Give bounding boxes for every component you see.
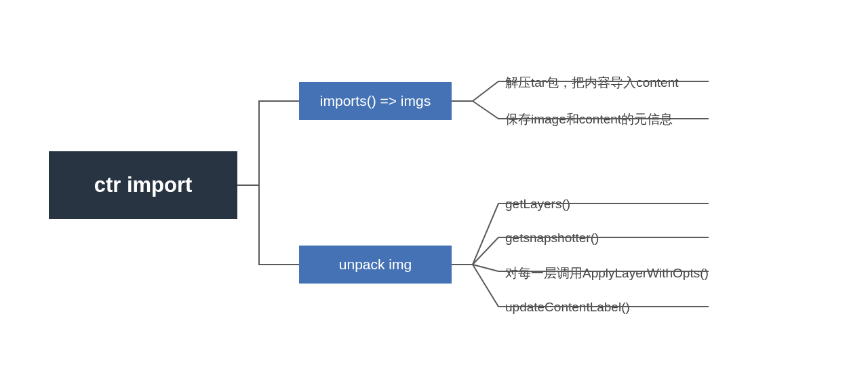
child-label: unpack img [339,256,412,273]
leaf-text: 对每一层调用ApplyLayerWithOpts() [505,265,709,282]
root-node: ctr import [49,151,237,219]
child-node-imports: imports() => imgs [299,82,452,120]
leaf-text: 解压tar包，把内容导入content [505,74,679,92]
root-label: ctr import [94,173,193,197]
leaf-text: getLayers() [505,197,570,212]
child-node-unpack: unpack img [299,246,452,284]
child-label: imports() => imgs [320,93,431,109]
leaf-text: updateContentLabel() [505,300,630,315]
leaf-text: getsnapshotter() [505,231,599,246]
leaf-text: 保存image和content的元信息 [505,111,673,128]
